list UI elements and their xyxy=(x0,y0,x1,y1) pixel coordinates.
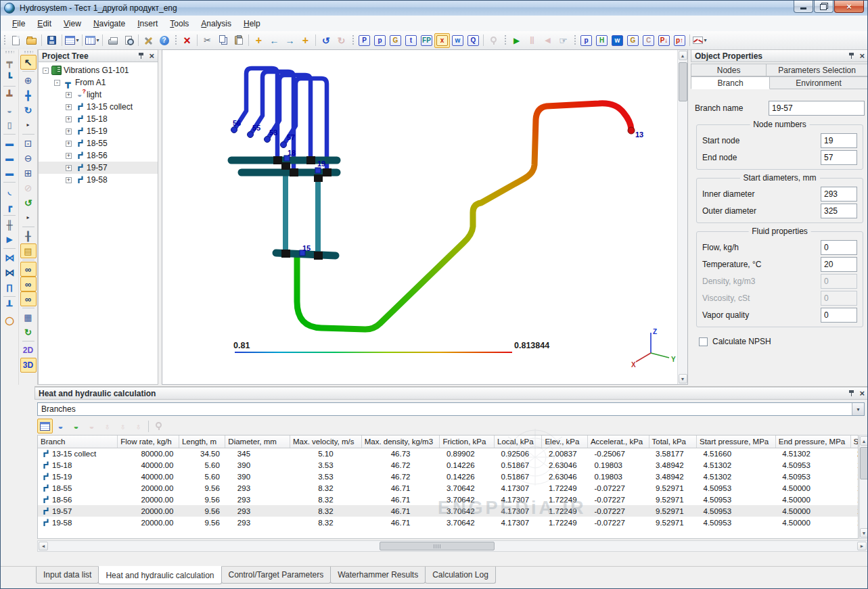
check-valve-button[interactable] xyxy=(486,33,501,48)
tree-item[interactable]: +18-55 xyxy=(39,137,158,149)
fluid-phases-button[interactable]: ◒ xyxy=(68,419,84,433)
field-start-node[interactable] xyxy=(821,133,857,148)
tree-expander[interactable]: + xyxy=(66,104,72,110)
delete-button[interactable]: × xyxy=(179,33,195,48)
expansion-loop-tool[interactable]: ∏ xyxy=(1,280,18,295)
pipe-outlet-tool[interactable]: ▬ xyxy=(1,166,18,181)
param-q-button[interactable]: Q xyxy=(465,33,481,48)
orifice-tool[interactable]: ╫ xyxy=(1,217,18,232)
tree-item[interactable]: -Vibrations G1-101 xyxy=(39,64,158,76)
copy-button[interactable] xyxy=(215,33,231,48)
menu-tools[interactable]: Tools xyxy=(164,17,195,30)
reducer-tool[interactable]: ▶ xyxy=(1,232,18,247)
show-g-button[interactable]: G xyxy=(625,33,641,48)
pause-calculation-button[interactable]: ‖ xyxy=(524,33,540,48)
paste-button[interactable] xyxy=(231,33,246,48)
tree-expander[interactable]: + xyxy=(66,177,72,183)
table-horizontal-scrollbar[interactable]: ◄ ► xyxy=(37,540,868,552)
tab-nodes[interactable]: Nodes xyxy=(691,64,767,76)
view-animation-tool[interactable]: ∞ xyxy=(20,291,37,306)
npsh-checkbox[interactable] xyxy=(699,337,708,346)
scroll-thumb[interactable] xyxy=(380,542,495,550)
tab-environment[interactable]: Environment xyxy=(769,76,868,89)
tree-item[interactable]: +18-56 xyxy=(39,149,158,162)
column-header[interactable]: Friction, kPa xyxy=(440,435,495,448)
column-header[interactable]: Max. velocity, m/s xyxy=(290,435,361,448)
scroll-right-icon[interactable]: ► xyxy=(857,542,867,550)
param-fp-button[interactable]: FP xyxy=(419,33,434,48)
table-row[interactable]: 18-5620000.009.562938.3246.713.706424.17… xyxy=(38,494,859,505)
pin-icon[interactable] xyxy=(848,390,854,397)
column-header[interactable]: Elev., kPa xyxy=(542,435,587,448)
menu-navigate[interactable]: Navigate xyxy=(87,17,131,30)
field-temperature-c[interactable] xyxy=(821,257,857,272)
pump-tool[interactable]: ┸ xyxy=(1,298,18,313)
fluid-properties-button[interactable]: ◒ xyxy=(53,419,68,433)
zoom-extents-tool[interactable]: ⊞ xyxy=(20,166,37,181)
vessel-tool[interactable]: ▯ xyxy=(1,118,18,133)
minimize-button[interactable] xyxy=(794,1,813,13)
undo-button[interactable]: ↺ xyxy=(318,33,334,48)
tree-expander[interactable]: - xyxy=(43,68,49,74)
valve-report-1-button[interactable]: ♁ xyxy=(99,419,115,433)
column-header[interactable]: Diameter, mm xyxy=(225,435,290,448)
column-header[interactable]: Start t xyxy=(850,435,859,448)
pin-icon[interactable] xyxy=(848,52,854,60)
append-node-button[interactable]: + xyxy=(298,33,313,48)
column-header[interactable]: Total, kPa xyxy=(649,435,696,448)
close-panel-icon[interactable]: × xyxy=(859,389,865,398)
restore-button[interactable] xyxy=(814,1,833,13)
tab-heat-and-hydraulic-calculation[interactable]: Heat and hydraulic calculation xyxy=(98,566,221,584)
field-vapor-quality[interactable] xyxy=(821,308,857,323)
field-flow-kg-h[interactable] xyxy=(821,240,857,255)
show-w-button[interactable]: w xyxy=(610,33,625,48)
pin-icon[interactable] xyxy=(138,52,144,60)
tree-expander[interactable]: + xyxy=(66,153,72,159)
zoom-previous-tool[interactable]: ⊘ xyxy=(20,181,37,195)
orbit-tool[interactable]: ↺ xyxy=(20,195,37,210)
column-header[interactable]: End pressure, MPa xyxy=(775,435,850,448)
next-element-button[interactable]: → xyxy=(282,33,298,48)
tree-item[interactable]: -┳From A1 xyxy=(39,76,158,89)
scroll-up-icon[interactable]: ▲ xyxy=(860,436,868,446)
redo-button[interactable]: ↻ xyxy=(334,33,349,48)
branch-tool[interactable]: ┗ xyxy=(1,70,18,85)
table-view-button[interactable] xyxy=(37,419,53,433)
show-p-up-button[interactable]: p↑ xyxy=(672,33,687,48)
hydraulic-tables-button[interactable]: ▾ xyxy=(64,33,80,48)
print-preview-button[interactable] xyxy=(120,33,136,48)
print-button[interactable] xyxy=(105,33,120,48)
rotate-tool[interactable]: ↻ xyxy=(20,103,37,118)
elbow-tool[interactable]: ┏ xyxy=(1,199,18,214)
menu-insert[interactable]: Insert xyxy=(131,17,164,30)
param-x-button[interactable]: x xyxy=(434,33,450,48)
flyout-arrow-2[interactable]: ▸ xyxy=(20,210,37,225)
cut-button[interactable]: ✂ xyxy=(200,33,215,48)
apparatus-tool[interactable]: ◒ xyxy=(1,103,18,118)
view-2d-button[interactable]: 2D xyxy=(20,343,37,358)
field-inner-diameter[interactable] xyxy=(821,187,857,202)
close-window-button[interactable]: × xyxy=(834,1,864,13)
table-row[interactable]: 13-15 collect80000.0034.503455.1046.730.… xyxy=(38,448,859,459)
tab-control-target-parameters[interactable]: Control/Target Parameters xyxy=(221,567,332,584)
chart-window-tool[interactable]: ▦ xyxy=(20,310,37,325)
param-p-button[interactable]: p xyxy=(372,33,388,48)
ruler-tool[interactable]: ▤ xyxy=(20,243,37,258)
menu-help[interactable]: Help xyxy=(237,17,267,30)
show-c-button[interactable]: C xyxy=(641,33,656,48)
new-button[interactable] xyxy=(8,33,24,48)
plots-button[interactable]: ▾ xyxy=(692,33,708,48)
options-button[interactable] xyxy=(141,33,156,48)
scroll-thumb[interactable] xyxy=(679,62,687,101)
table-row[interactable]: 19-5820000.009.562938.3246.713.706424.17… xyxy=(38,517,859,528)
menu-analysis[interactable]: Analysis xyxy=(195,17,237,30)
ring-element-tool[interactable]: ◯ xyxy=(1,313,18,328)
step-back-button[interactable]: ◀ xyxy=(540,33,555,48)
table-row[interactable]: 15-1940000.005.603903.5346.720.142260.51… xyxy=(38,471,859,482)
measure-tool[interactable]: ╂ xyxy=(20,229,37,243)
tree-item[interactable]: +19-58 xyxy=(39,174,158,186)
param-t-button[interactable]: t xyxy=(403,33,419,48)
viewport-vertical-scrollbar[interactable]: ▲ ▼ xyxy=(677,50,687,384)
zoom-window-tool[interactable]: ⊡ xyxy=(20,136,37,151)
valve-report-3-button[interactable]: ♁ xyxy=(131,419,146,433)
